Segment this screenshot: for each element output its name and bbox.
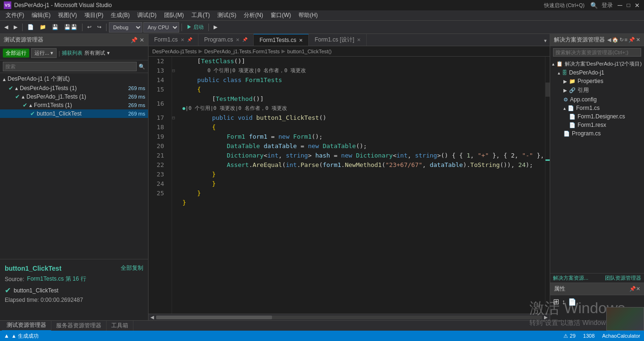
tab-form1cs[interactable]: Form1.cs ✕ 📌 <box>149 34 198 46</box>
sol-explorer-link[interactable]: 解决方案资源... <box>553 274 588 282</box>
sol-references[interactable]: ▶ 🔗 引用 <box>550 85 644 95</box>
hscroll-thumb[interactable] <box>156 316 272 319</box>
sol-programcs[interactable]: 📄 Program.cs <box>550 129 644 138</box>
tab-form1design[interactable]: Form1.cs [设计] ✕ <box>309 34 367 46</box>
sol-ref-expand: ▶ <box>563 88 567 93</box>
detail-result-row: ✔ button1_ClickTest <box>5 286 143 295</box>
sol-form1cs[interactable]: ▴ 📄 Form1.cs <box>550 104 644 112</box>
toolbar-save-all-btn[interactable]: 💾💾 <box>62 23 80 31</box>
toolbar-redo-btn[interactable]: ↪ <box>95 23 104 31</box>
menu-build[interactable]: 生成(B) <box>107 10 133 20</box>
prop-sort-icon[interactable]: ↕ <box>562 298 565 306</box>
app-title: DesPerAdo-j1 - Microsoft Visual Studio <box>14 2 112 8</box>
menu-window[interactable]: 窗口(W) <box>267 10 295 20</box>
build-icon: ▲ <box>4 333 9 339</box>
path-project[interactable]: DesPerAdo-j1Tests <box>152 49 197 54</box>
tab-form1tests[interactable]: Form1Tests.cs ✕ <box>254 34 309 46</box>
tab-dropdown-btn[interactable]: ▾ <box>541 36 550 46</box>
close-panel-icon[interactable]: ✕ <box>140 37 144 43</box>
toolbar-new-btn[interactable]: 📄 <box>25 23 36 31</box>
debug-config-dropdown[interactable]: Debug Release <box>109 22 142 33</box>
pass-icon-l1: ✔ <box>8 85 13 91</box>
menu-debug[interactable]: 调试(D) <box>133 10 160 20</box>
toolbar-undo-btn[interactable]: ↩ <box>85 23 94 31</box>
sol-close-btn[interactable]: ✕ <box>636 37 640 43</box>
toolbar-forward-btn[interactable]: ▶ <box>11 23 20 31</box>
bottom-tabs-bar: 测试资源管理器 服务器资源管理器 工具箱 <box>0 320 644 331</box>
run-all-btn[interactable]: 全部运行 <box>3 49 29 58</box>
sol-search-input[interactable] <box>553 48 641 57</box>
sol-form1designer[interactable]: 📄 Form1.Designer.cs <box>550 112 644 121</box>
result-name: button1_ClickTest <box>14 287 58 294</box>
hscroll-right-btn[interactable]: ▶ <box>544 315 548 320</box>
bottom-tab-toolbox[interactable]: 工具箱 <box>107 321 133 331</box>
menu-edit[interactable]: 编辑(E) <box>28 10 54 20</box>
menu-project[interactable]: 项目(P) <box>81 10 107 20</box>
tree-item-l2[interactable]: ✔ ▴ DesPerAdo_j1.Tests (1) 269 ms <box>0 92 148 101</box>
prop-pin-btn[interactable]: 📌 <box>629 286 636 292</box>
sol-refresh-btn[interactable]: ↻ <box>619 37 624 43</box>
cg-17[interactable]: ⊟ <box>172 113 180 123</box>
run-dropdown-btn[interactable]: 运行... ▾ <box>31 48 57 58</box>
hscroll-bar[interactable]: ◀ ▶ <box>149 314 550 320</box>
sol-form1resx[interactable]: 📄 Form1.resx <box>550 121 644 129</box>
hscroll-track[interactable] <box>156 316 542 319</box>
sol-back-btn[interactable]: ◀ <box>607 37 611 43</box>
toolbar-back-btn[interactable]: ◀ <box>2 23 10 31</box>
start-button[interactable]: ▶ 启动 <box>184 23 206 32</box>
login-button[interactable]: 登录 <box>602 1 613 9</box>
close-button[interactable]: ✕ <box>634 2 640 8</box>
sol-solution[interactable]: ▴ 📋 解决方案'DesPerAdo-j1'(2个项目) <box>550 59 644 68</box>
sol-collapse-btn[interactable]: ≡ <box>625 37 627 43</box>
minimize-button[interactable]: ─ <box>617 2 623 8</box>
sol-properties[interactable]: ▶ 📁 Properties <box>550 77 644 85</box>
test-search-input[interactable] <box>3 62 137 71</box>
sol-home-btn[interactable]: 🏠 <box>612 37 619 43</box>
prop-page-icon[interactable]: 📄 <box>568 298 576 306</box>
tab-form1cs-close[interactable]: ✕ <box>181 37 184 42</box>
attach-btn[interactable]: ▶ <box>211 23 220 31</box>
minimap-thumb[interactable] <box>545 83 550 97</box>
bottom-tab-test[interactable]: 测试资源管理器 <box>2 320 51 331</box>
copy-all-button[interactable]: 全部复制 <box>121 264 143 272</box>
path-method[interactable]: button1_ClickTest() <box>287 49 331 54</box>
tree-item-l1[interactable]: ✔ ▴ DesPerAdo-j1Tests (1) 269 ms <box>0 84 148 92</box>
code-line-19: DataTable dataTable = new DataTable(); <box>182 141 545 151</box>
tab-programcs-close[interactable]: ✕ <box>236 37 239 42</box>
tab-programcs[interactable]: Program.cs ✕ 📌 <box>198 34 254 46</box>
team-explorer-link[interactable]: 团队资源管理器 <box>605 274 641 282</box>
restore-button[interactable]: □ <box>625 2 632 8</box>
toolbar-open-btn[interactable]: 📁 <box>37 23 49 31</box>
prop-close-btn[interactable]: ✕ <box>636 286 640 292</box>
tree-item-l3[interactable]: ✔ ▴ Form1Tests (1) 269 ms <box>0 101 148 109</box>
prop-grid-icon[interactable]: ⊞ <box>553 297 559 306</box>
sol-appconfig[interactable]: ⚙ App.config <box>550 95 644 104</box>
tree-item-root[interactable]: ▴ DesPerAdo-j1 (1 个测试) <box>0 74 148 84</box>
menu-view[interactable]: 视图(V) <box>54 10 81 20</box>
menu-file[interactable]: 文件(F) <box>2 10 28 20</box>
menu-tools[interactable]: 工具(T) <box>188 10 214 20</box>
hscroll-left-btn[interactable]: ◀ <box>150 315 154 320</box>
sol-project[interactable]: ▴ 🗄 DesPerAdo-j1 <box>550 68 644 77</box>
search-icon[interactable]: 🔍 <box>590 2 598 9</box>
code-line-25: } <box>182 198 545 208</box>
sol-pin-btn[interactable]: 📌 <box>628 37 635 43</box>
menu-test[interactable]: 测试(S) <box>214 10 240 20</box>
menu-team[interactable]: 团队(M) <box>160 10 188 20</box>
tab-form1design-close[interactable]: ✕ <box>357 37 361 42</box>
quick-launch[interactable]: 快速启动 (Ctrl+Q) <box>544 2 585 9</box>
pin-icon[interactable]: 📌 <box>131 37 138 43</box>
code-text-area[interactable]: [TestClass()] 0 个引用|0 项更改|0 名作者，0 项更改 pu… <box>180 57 545 314</box>
tree-item-leaf[interactable]: ✔ button1_ClickTest 269 ms <box>0 109 148 118</box>
menu-help[interactable]: 帮助(H) <box>295 10 322 20</box>
menu-analyze[interactable]: 分析(N) <box>240 10 267 20</box>
bottom-tab-server[interactable]: 服务器资源管理器 <box>51 321 107 331</box>
cg-13[interactable]: ⊟ <box>172 66 180 75</box>
platform-dropdown[interactable]: Any CPU x86 x64 <box>143 22 179 33</box>
source-link[interactable]: Form1Tests.cs 第 16 行 <box>27 275 86 283</box>
tab-form1tests-close[interactable]: ✕ <box>299 38 303 43</box>
capture-dropdown-icon[interactable]: ▾ <box>107 50 110 56</box>
path-class[interactable]: DesPerAdo_j1.Tests.Form1Tests <box>204 49 280 54</box>
capture-list-btn[interactable]: 捕获列表 <box>62 50 83 57</box>
toolbar-save-btn[interactable]: 💾 <box>50 23 61 31</box>
